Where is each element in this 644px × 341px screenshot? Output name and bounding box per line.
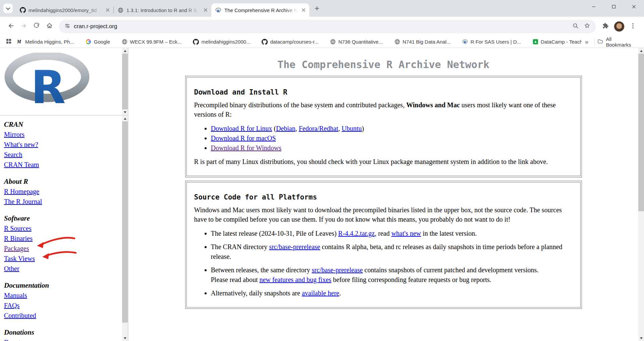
address-bar[interactable]: cran.r-project.org — [59, 20, 596, 33]
scroll-up-button[interactable] — [122, 116, 128, 121]
sidebar-row: R Binaries — [4, 234, 128, 244]
browser-tab-3[interactable]: RThe Comprehensive R Archive N — [211, 3, 309, 17]
bookmark-item[interactable]: melindahiggins2000... — [193, 39, 250, 45]
sidebar-link-donate[interactable]: Donate — [4, 339, 23, 341]
close-window-button[interactable] — [624, 0, 644, 14]
sidebar-scrollbar[interactable] — [122, 116, 128, 341]
bookmark-label: N741 Big Data Anal... — [402, 39, 450, 45]
scroll-up-button[interactable] — [638, 48, 644, 54]
source-intro-paragraph: Windows and Mac users most likely want t… — [194, 205, 573, 224]
globe-icon — [394, 39, 400, 45]
tab-close-button[interactable] — [203, 7, 209, 13]
source-box: Source Code for all Platforms Windows an… — [185, 181, 582, 309]
sidebar-link-r-homepage[interactable]: R Homepage — [4, 188, 39, 195]
scrollbar-thumb[interactable] — [638, 54, 644, 211]
content-link[interactable]: Fedora/Redhat — [299, 125, 338, 132]
maximize-icon — [612, 4, 616, 10]
content-link[interactable]: src/base-prerelease — [312, 266, 363, 274]
sidebar-section-title: Donations — [4, 328, 128, 337]
all-bookmarks-button[interactable]: All Bookmarks — [597, 36, 640, 48]
source-box-heading: Source Code for all Platforms — [194, 193, 573, 201]
scrollbar-thumb[interactable] — [122, 54, 128, 109]
sidebar-row: Mirrors — [4, 130, 128, 140]
bookmark-item[interactable]: datacamp/courses-r... — [262, 39, 318, 45]
bookmark-item[interactable]: Google — [86, 39, 110, 45]
main-frame: The Comprehensive R Archive Network Down… — [128, 48, 644, 341]
sidebar-link-manuals[interactable]: Manuals — [4, 292, 27, 299]
sidebar-link-what-s-new[interactable]: What's new? — [4, 141, 38, 148]
url-text[interactable]: cran.r-project.org — [74, 23, 117, 30]
site-settings-icon[interactable] — [64, 23, 70, 30]
sidebar-link-mirrors[interactable]: Mirrors — [4, 131, 24, 138]
bookmark-item[interactable]: MMelinda Higgins, Ph... — [17, 39, 74, 45]
profile-avatar[interactable] — [614, 21, 625, 32]
sidebar-link-packages[interactable]: Packages — [4, 245, 29, 252]
forward-button[interactable] — [17, 20, 30, 33]
scroll-down-button[interactable] — [638, 335, 644, 341]
sidebar-link-r-binaries[interactable]: R Binaries — [4, 235, 33, 242]
text-run: , read — [375, 230, 391, 237]
sidebar-link-r-sources[interactable]: R Sources — [4, 225, 32, 232]
scroll-up-button[interactable] — [122, 48, 128, 54]
zoom-magnifier-icon[interactable] — [573, 23, 579, 30]
bookmark-label: melindahiggins2000... — [201, 39, 250, 45]
browser-tab-2[interactable]: 1.3.1: Introduction to R and R S — [113, 3, 211, 17]
logo-frame: R — [0, 48, 128, 116]
logo-frame-scrollbar[interactable] — [122, 48, 128, 115]
sidebar-link-contributed[interactable]: Contributed — [4, 312, 36, 319]
sidebar-link-other[interactable]: Other — [4, 265, 19, 272]
apps-grid-button[interactable] — [4, 37, 13, 47]
content-link[interactable]: Download R for Windows — [211, 144, 281, 152]
scrollbar-thumb[interactable] — [122, 121, 128, 323]
svg-text:R: R — [464, 41, 466, 44]
maximize-button[interactable] — [604, 0, 624, 14]
bookmark-item[interactable]: DataCamp - Teach — [532, 39, 582, 45]
bookmark-star-icon[interactable] — [584, 22, 590, 30]
home-button[interactable] — [43, 20, 56, 33]
sidebar-link-faqs[interactable]: FAQs — [4, 302, 19, 309]
left-frames: R CRANMirrorsWhat's new?SearchCRAN TeamA… — [0, 48, 128, 341]
bookmark-item[interactable]: RR For SAS Users | D... — [462, 39, 521, 45]
sidebar-link-cran-team[interactable]: CRAN Team — [4, 161, 39, 168]
bookmark-item[interactable]: N741 Big Data Anal... — [394, 39, 450, 45]
content-link[interactable]: Download R for macOS — [211, 134, 276, 142]
window-controls — [584, 0, 644, 14]
tab-strip: melindahiggins2000/emory_tid1.3.1: Intro… — [0, 0, 644, 17]
content-link[interactable]: new features and bug fixes — [259, 276, 331, 283]
svg-text:R: R — [217, 9, 220, 13]
content-link[interactable]: R-4.4.2.tar.gz — [338, 230, 375, 237]
bookmarks-overflow-button[interactable]: » — [582, 38, 592, 46]
content-link[interactable]: available here — [302, 289, 339, 297]
content-link[interactable]: what's new — [391, 230, 421, 237]
scroll-down-button[interactable] — [122, 335, 128, 341]
sidebar-frame: CRANMirrorsWhat's new?SearchCRAN TeamAbo… — [0, 116, 128, 341]
download-options-list: Download R for Linux (Debian, Fedora/Red… — [194, 124, 573, 153]
minimize-button[interactable] — [584, 0, 604, 14]
bookmark-label: DataCamp - Teach — [541, 39, 582, 45]
browser-tab-1[interactable]: melindahiggins2000/emory_tid — [15, 3, 113, 17]
main-scrollbar[interactable] — [638, 48, 644, 341]
extensions-button[interactable] — [599, 20, 612, 33]
tab-title: 1.3.1: Introduction to R and R S — [126, 7, 200, 13]
content-link[interactable]: Ubuntu — [341, 125, 362, 132]
sidebar-row: Task Views — [4, 254, 128, 264]
back-button[interactable] — [5, 20, 17, 33]
sidebar-link-the-r-journal[interactable]: The R Journal — [4, 198, 42, 205]
content-link[interactable]: Download R for Linux — [211, 125, 272, 132]
tab-close-button[interactable] — [301, 7, 307, 13]
home-icon — [46, 22, 53, 31]
sidebar-link-task-views[interactable]: Task Views — [4, 255, 35, 262]
tab-search-button[interactable] — [3, 4, 13, 13]
reload-button[interactable] — [30, 20, 43, 33]
sidebar-link-search[interactable]: Search — [4, 151, 22, 158]
datacamp-icon — [532, 39, 538, 45]
tab-close-button[interactable] — [105, 7, 111, 13]
scroll-down-button[interactable] — [122, 109, 128, 115]
menu-button[interactable] — [627, 20, 639, 33]
content-link[interactable]: src/base-prerelease — [269, 243, 320, 250]
text-run: ( — [272, 125, 276, 132]
new-tab-button[interactable] — [312, 4, 322, 14]
bookmark-item[interactable]: N736 Quantitative... — [330, 39, 383, 45]
content-link[interactable]: Debian — [276, 125, 296, 132]
bookmark-item[interactable]: WECX 99.9FM – Eck... — [121, 39, 181, 45]
